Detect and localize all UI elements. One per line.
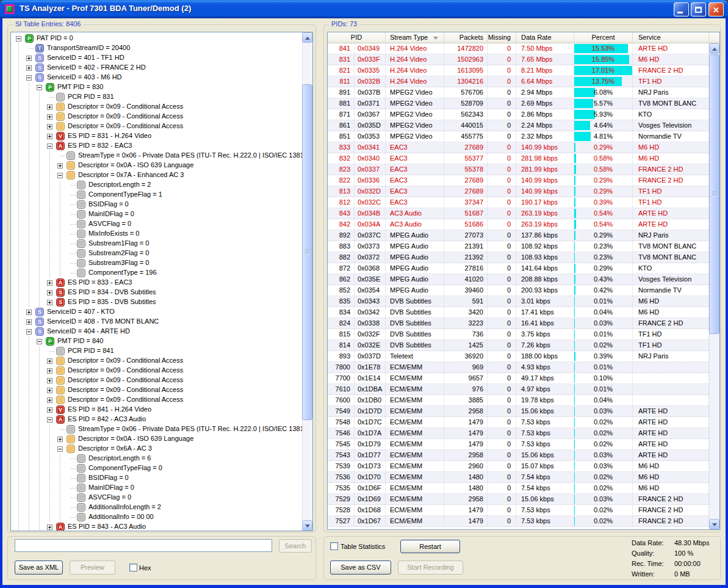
- collapse-minus-icon[interactable]: [47, 143, 52, 149]
- table-row[interactable]: 75350x1D6FECM/EMM148007.54 kbps0.02%M6 H…: [328, 483, 709, 494]
- table-row[interactable]: 78000x1E78ECM/EMM96904.93 kbps0.01%: [328, 362, 709, 373]
- minimize-button[interactable]: [674, 2, 689, 16]
- table-row[interactable]: 8820x0372MPEG Audio213920108.93 kbps0.23…: [328, 252, 709, 263]
- expand-plus-icon[interactable]: [47, 280, 52, 286]
- expand-plus-icon[interactable]: [47, 378, 52, 383]
- table-row[interactable]: 75480x1D7CECM/EMM147907.53 kbps0.02%ARTE…: [328, 417, 709, 428]
- restart-button[interactable]: Restart: [400, 540, 460, 553]
- tree-item[interactable]: Substream3Flag = 0: [11, 258, 302, 268]
- table-row[interactable]: 8340x0342DVB Subtitles3420017.41 kbps0.0…: [328, 307, 709, 318]
- si-tree[interactable]: PPAT PID = 0TTransportStreamID = 20400SS…: [10, 32, 313, 531]
- table-row[interactable]: 75460x1D7AECM/EMM147907.53 kbps0.02%ARTE…: [328, 428, 709, 439]
- tree-item[interactable]: ComponentType = 196: [11, 268, 302, 278]
- table-row[interactable]: 8310x033FH.264 Video150296307.65 Mbps15.…: [328, 54, 709, 65]
- scroll-down-button[interactable]: [302, 520, 312, 531]
- expand-plus-icon[interactable]: [57, 163, 63, 169]
- tree-item[interactable]: Descriptor = 0x09 - Conditional Access: [11, 385, 302, 395]
- search-input[interactable]: [15, 539, 272, 552]
- tree-item[interactable]: ComponentTypeFlag = 1: [11, 190, 302, 200]
- tree-item[interactable]: PPMT PID = 830: [11, 82, 302, 92]
- tree-item[interactable]: PCR PID = 831: [11, 92, 302, 102]
- table-row[interactable]: 8140x032EDVB Subtitles142507.26 kbps0.02…: [328, 340, 709, 351]
- table-row[interactable]: 75270x1D67ECM/EMM147907.53 kbps0.02%FRAN…: [328, 516, 709, 527]
- tree-item[interactable]: MixInfoExists = 0: [11, 229, 302, 239]
- tree-item[interactable]: AdditionalInfo = 00 00: [11, 512, 302, 522]
- tree-item[interactable]: StreamType = 0x06 - Private Data PES (IT…: [11, 151, 302, 161]
- scroll-up-button[interactable]: [709, 43, 719, 54]
- tree-item[interactable]: AES PID = 833 - EAC3: [11, 278, 302, 288]
- tree-item[interactable]: SServiceID = 402 - FRANCE 2 HD: [11, 63, 302, 73]
- collapse-minus-icon[interactable]: [16, 36, 21, 42]
- column-header-missing[interactable]: Missing: [488, 32, 516, 43]
- table-row[interactable]: 8720x0368MPEG Audio278160141.64 kbps0.29…: [328, 263, 709, 274]
- tree-item[interactable]: DescriptorLength = 6: [11, 454, 302, 463]
- tree-item[interactable]: BSIDFlag = 0: [11, 473, 302, 483]
- collapse-minus-icon[interactable]: [37, 339, 42, 344]
- expand-plus-icon[interactable]: [26, 319, 32, 325]
- expand-plus-icon[interactable]: [47, 104, 52, 110]
- expand-plus-icon[interactable]: [47, 134, 52, 139]
- tree-item[interactable]: Substream2Flag = 0: [11, 249, 302, 258]
- collapse-minus-icon[interactable]: [57, 446, 63, 452]
- tree-item[interactable]: Descriptor = 0x09 - Conditional Access: [11, 102, 302, 112]
- tree-item[interactable]: Descriptor = 0x0A - ISO 639 Language: [11, 161, 302, 170]
- column-header-pid[interactable]: PID: [328, 32, 386, 43]
- tree-item[interactable]: BSIDFlag = 0: [11, 200, 302, 209]
- table-row[interactable]: 8330x0341EAC3276890140.99 kbps0.29%M6 HD: [328, 142, 709, 153]
- table-row[interactable]: 75390x1D73ECM/EMM2960015.07 kbps0.03%M6 …: [328, 461, 709, 472]
- tree-item[interactable]: AdditionalInfoLength = 2: [11, 503, 302, 512]
- column-header-percent[interactable]: Percent: [574, 32, 633, 43]
- tree-item[interactable]: SServiceID = 407 - KTO: [11, 307, 302, 317]
- tree-item[interactable]: AES PID = 843 - AC3 Audio: [11, 522, 302, 531]
- table-row[interactable]: 8420x034AAC3 Audio516860263.19 kbps0.54%…: [328, 219, 709, 230]
- collapse-minus-icon[interactable]: [26, 75, 32, 81]
- tree-item[interactable]: PCR PID = 841: [11, 346, 302, 356]
- expand-plus-icon[interactable]: [47, 388, 52, 393]
- table-row[interactable]: 8220x0336EAC3276890140.99 kbps0.29%FRANC…: [328, 175, 709, 186]
- column-header-service[interactable]: Service: [633, 32, 709, 43]
- table-row[interactable]: 76100x1DBAECM/EMM97604.97 kbps0.01%: [328, 384, 709, 395]
- tree-item[interactable]: DescriptorLength = 2: [11, 180, 302, 190]
- expand-plus-icon[interactable]: [47, 397, 52, 403]
- column-header-data-rate[interactable]: Data Rate: [516, 32, 574, 43]
- tree-item[interactable]: ComponentTypeFlag = 0: [11, 463, 302, 473]
- scroll-down-button[interactable]: [709, 519, 719, 529]
- save-as-csv-button[interactable]: Save as CSV: [330, 561, 391, 575]
- table-row[interactable]: 8230x0337EAC3553780281.99 kbps0.58%FRANC…: [328, 164, 709, 175]
- close-button[interactable]: ✕: [708, 2, 724, 16]
- tree-item[interactable]: Descriptor = 0x09 - Conditional Access: [11, 366, 302, 376]
- expand-plus-icon[interactable]: [47, 290, 52, 296]
- collapse-minus-icon[interactable]: [47, 417, 52, 423]
- preview-button[interactable]: Preview: [70, 561, 115, 575]
- scroll-up-button[interactable]: [302, 32, 312, 43]
- table-row[interactable]: 8710x0367MPEG2 Video56234302.86 Mbps5.93…: [328, 109, 709, 120]
- tree-item[interactable]: Descriptor = 0x09 - Conditional Access: [11, 376, 302, 385]
- table-vertical-scrollbar[interactable]: [709, 43, 719, 529]
- table-row[interactable]: 75490x1D7DECM/EMM2958015.06 kbps0.03%ART…: [328, 406, 709, 417]
- table-row[interactable]: 8320x0340EAC3553770281.98 kbps0.58%M6 HD: [328, 153, 709, 164]
- expand-plus-icon[interactable]: [26, 65, 32, 71]
- tree-item[interactable]: SServiceID = 403 - M6 HD: [11, 73, 302, 82]
- tree-vertical-scrollbar[interactable]: [302, 32, 312, 531]
- table-row[interactable]: 75280x1D68ECM/EMM147907.53 kbps0.02%FRAN…: [328, 505, 709, 516]
- table-row[interactable]: 8910x037BMPEG2 Video57670602.94 Mbps6.08…: [328, 87, 709, 98]
- table-row[interactable]: 75360x1D70ECM/EMM148007.54 kbps0.02%M6 H…: [328, 472, 709, 483]
- tree-item[interactable]: Descriptor = 0x6A - AC 3: [11, 444, 302, 454]
- table-header[interactable]: PIDStream TypePacketsMissingData RatePer…: [328, 32, 719, 43]
- tree-item[interactable]: SServiceID = 401 - TF1 HD: [11, 53, 302, 63]
- tree-item[interactable]: AES PID = 842 - AC3 Audio: [11, 415, 302, 424]
- table-row[interactable]: 8350x0343DVB Subtitles59103.01 kbps0.01%…: [328, 296, 709, 307]
- tree-item[interactable]: PPAT PID = 0: [11, 34, 302, 43]
- table-row[interactable]: 8830x0373MPEG Audio213910108.92 kbps0.23…: [328, 241, 709, 252]
- table-row[interactable]: 8520x0354MPEG Audio394600200.93 kbps0.42…: [328, 285, 709, 296]
- tree-item[interactable]: Descriptor = 0x09 - Conditional Access: [11, 356, 302, 366]
- expand-plus-icon[interactable]: [47, 114, 52, 120]
- table-row[interactable]: 75290x1D69ECM/EMM2958015.06 kbps0.03%FRA…: [328, 494, 709, 505]
- table-row[interactable]: 8150x032FDVB Subtitles73603.75 kbps0.01%…: [328, 329, 709, 340]
- expand-plus-icon[interactable]: [47, 124, 52, 129]
- expand-plus-icon[interactable]: [47, 524, 52, 530]
- table-row[interactable]: 76000x1DB0ECM/EMM3885019.78 kbps0.04%: [328, 395, 709, 406]
- expand-plus-icon[interactable]: [47, 368, 52, 374]
- table-row[interactable]: 75430x1D77ECM/EMM2958015.06 kbps0.03%ART…: [328, 450, 709, 461]
- expand-plus-icon[interactable]: [26, 310, 32, 315]
